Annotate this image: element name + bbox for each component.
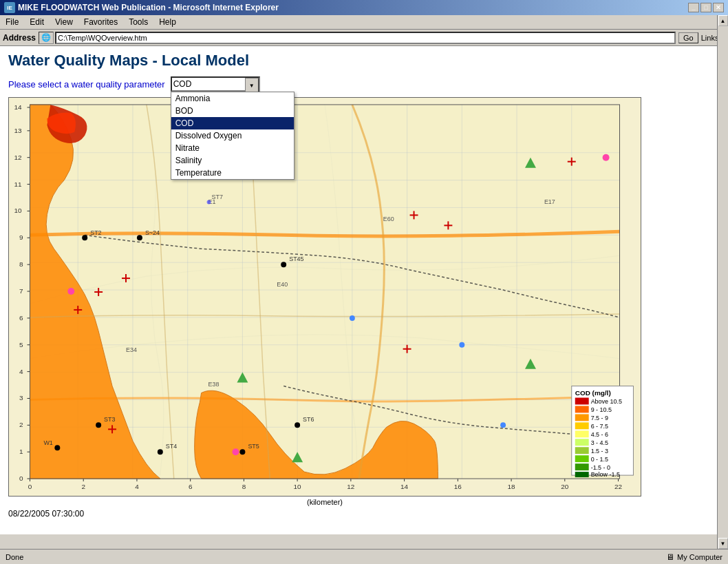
- map-canvas: 0 1 2 3 4 5 6 7: [8, 97, 641, 497]
- svg-text:3 - 4.5: 3 - 4.5: [591, 439, 608, 446]
- dropdown-item-salinity[interactable]: Salinity: [171, 154, 294, 167]
- svg-text:W1: W1: [43, 439, 52, 446]
- dropdown-item-nitrate[interactable]: Nitrate: [171, 142, 294, 154]
- svg-text:20: 20: [561, 483, 569, 490]
- svg-text:2: 2: [81, 483, 85, 490]
- station-st4: [158, 449, 163, 455]
- window-title: MIKE FLOODWATCH Web Publication - Micros…: [18, 3, 279, 12]
- minimize-button[interactable]: _: [688, 3, 699, 12]
- dropdown-item-dissolved-oxygen[interactable]: Dissolved Oxygen: [171, 129, 294, 142]
- menu-view[interactable]: View: [52, 17, 76, 28]
- map-svg: 0 1 2 3 4 5 6 7: [9, 98, 641, 496]
- svg-text:ST4: ST4: [166, 443, 177, 450]
- svg-text:ST2: ST2: [90, 229, 101, 236]
- svg-text:COD (mg/l): COD (mg/l): [575, 389, 611, 397]
- svg-text:ST45: ST45: [289, 255, 303, 262]
- svg-text:2: 2: [19, 421, 23, 428]
- map-area: (kilometer): [8, 97, 720, 506]
- svg-text:ST5: ST5: [248, 443, 259, 450]
- svg-text:0 - 1.5: 0 - 1.5: [591, 456, 608, 463]
- param-label: Please select a water quality parameter: [8, 79, 165, 90]
- blue-dot-1: [350, 315, 355, 321]
- svg-text:6: 6: [19, 314, 23, 322]
- addressbar: Address 🌐 Go Links »: [0, 30, 728, 46]
- svg-text:9: 9: [19, 233, 23, 241]
- svg-rect-126: [575, 455, 589, 462]
- svg-text:E60: E60: [383, 216, 394, 222]
- svg-text:Below -1.5: Below -1.5: [591, 471, 620, 478]
- param-selector-row: Please select a water quality parameter …: [8, 76, 720, 92]
- param-selected-value: COD: [173, 79, 257, 89]
- address-input[interactable]: [55, 32, 676, 44]
- svg-text:6: 6: [189, 483, 193, 490]
- svg-text:-1.5 - 0: -1.5 - 0: [591, 464, 610, 471]
- svg-text:12: 12: [14, 154, 22, 161]
- svg-rect-128: [575, 463, 589, 470]
- svg-text:4.5 - 6: 4.5 - 6: [591, 431, 608, 438]
- menu-help[interactable]: Help: [156, 17, 179, 28]
- svg-text:E40: E40: [277, 281, 288, 288]
- menubar: File Edit View Favorites Tools Help: [0, 15, 728, 30]
- x-axis-label: (kilometer): [8, 498, 641, 506]
- svg-text:ST3: ST3: [104, 416, 115, 423]
- menu-edit[interactable]: Edit: [27, 17, 47, 28]
- svg-text:13: 13: [14, 127, 22, 134]
- svg-text:0: 0: [19, 474, 23, 482]
- svg-text:5: 5: [19, 341, 23, 348]
- station-st5: [239, 449, 245, 455]
- app-icon: IE: [4, 2, 15, 13]
- svg-text:10: 10: [294, 483, 302, 490]
- address-label: Address: [3, 33, 36, 43]
- menu-file[interactable]: File: [3, 17, 21, 28]
- dropdown-item-cod[interactable]: COD: [171, 117, 294, 129]
- svg-rect-116: [575, 414, 589, 421]
- svg-text:0: 0: [28, 483, 32, 490]
- svg-text:3: 3: [19, 394, 23, 401]
- svg-rect-124: [575, 447, 589, 454]
- svg-rect-118: [575, 422, 589, 429]
- svg-text:8: 8: [242, 483, 246, 490]
- station-st24: [137, 235, 142, 240]
- station-st2: [82, 235, 87, 240]
- station-st6: [295, 422, 300, 428]
- svg-text:E38: E38: [208, 381, 220, 388]
- svg-text:10: 10: [14, 207, 22, 214]
- svg-text:4: 4: [135, 483, 139, 490]
- address-icon: 🌐: [39, 32, 54, 44]
- svg-text:4: 4: [19, 368, 23, 375]
- svg-rect-112: [575, 397, 589, 404]
- links-button[interactable]: Links: [701, 34, 719, 42]
- dropdown-item-bod[interactable]: BOD: [171, 105, 294, 117]
- svg-text:16: 16: [454, 483, 462, 490]
- dropdown-list: Ammonia BOD COD Dissolved Oxygen Nitrate…: [171, 92, 295, 180]
- menu-favorites[interactable]: Favorites: [81, 17, 120, 28]
- pink-dot-2: [603, 154, 610, 161]
- station-w1: [54, 445, 60, 450]
- svg-text:18: 18: [508, 483, 516, 490]
- svg-text:ST7: ST7: [212, 194, 223, 200]
- dropdown-item-ammonia[interactable]: Ammonia: [171, 92, 294, 105]
- param-display[interactable]: COD ▼: [171, 76, 260, 92]
- menu-tools[interactable]: Tools: [126, 17, 151, 28]
- dropdown-item-temperature[interactable]: Temperature: [171, 167, 294, 179]
- svg-text:1: 1: [19, 448, 23, 455]
- scrollbar[interactable]: ▲ ▼: [717, 15, 728, 534]
- svg-rect-114: [575, 406, 589, 412]
- page-title: Water Quality Maps - Local Model: [8, 52, 720, 70]
- pink-dot-3: [232, 448, 239, 455]
- svg-rect-122: [575, 439, 589, 446]
- scroll-up-button[interactable]: ▲: [718, 15, 728, 26]
- svg-rect-130: [575, 472, 589, 477]
- map-container: (kilometer): [8, 97, 641, 506]
- svg-text:8: 8: [19, 260, 23, 268]
- page-content: Water Quality Maps - Local Model Please …: [0, 46, 728, 534]
- timestamp: 08/22/2005 07:30:00: [8, 509, 720, 519]
- svg-text:7.5 - 9: 7.5 - 9: [591, 415, 608, 421]
- go-button[interactable]: Go: [678, 32, 698, 43]
- blue-dot-3: [500, 422, 506, 428]
- maximize-button[interactable]: □: [700, 3, 711, 12]
- svg-text:12: 12: [347, 483, 355, 490]
- close-button[interactable]: ✕: [713, 3, 724, 12]
- svg-text:S~24: S~24: [145, 229, 160, 236]
- svg-text:E34: E34: [126, 346, 137, 353]
